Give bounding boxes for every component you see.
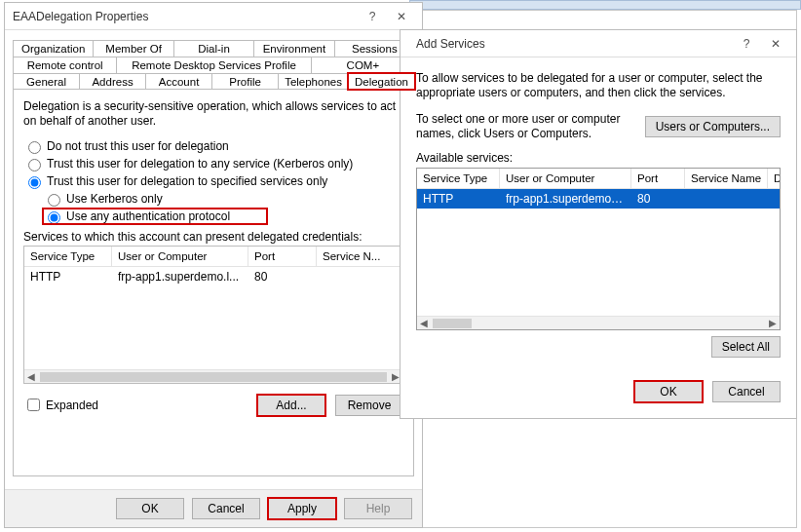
scroll-left-icon[interactable]: ◀ [24, 371, 38, 382]
col-user-computer[interactable]: User or Computer [112, 247, 248, 266]
delegation-intro: Delegation is a security-sensitive opera… [23, 99, 403, 129]
add-services-close-icon[interactable]: ✕ [761, 37, 790, 51]
col2-d[interactable]: D [768, 169, 780, 188]
services-list-header: Service Type User or Computer Port Servi… [24, 247, 402, 267]
col-service-type[interactable]: Service Type [24, 247, 112, 266]
select-users-hint: To select one or more user or computer n… [416, 112, 635, 141]
add-services-titlebar: Add Services ? ✕ [400, 30, 796, 57]
radio-trust-specified[interactable]: Trust this user for delegation to specif… [23, 173, 403, 189]
add-services-title: Add Services [408, 37, 732, 51]
scroll2-right-icon[interactable]: ▶ [766, 318, 780, 328]
expanded-checkbox-input[interactable] [27, 399, 40, 411]
add-services-intro: To allow services to be delegated for a … [416, 71, 781, 100]
service-row-sn [317, 267, 402, 286]
radio-any-auth-input[interactable] [48, 211, 60, 224]
service-row-type: HTTP [24, 267, 112, 286]
close-icon[interactable]: ✕ [387, 10, 416, 23]
scroll-thumb[interactable] [40, 372, 387, 382]
col2-service-type[interactable]: Service Type [417, 169, 500, 188]
add-services-help-icon[interactable]: ? [732, 37, 761, 51]
available-services-label: Available services: [416, 151, 781, 165]
add-services-dialog: Add Services ? ✕ To allow services to be… [400, 29, 797, 419]
service-row[interactable]: HTTP frp-app1.superdemo.l... 80 [24, 267, 402, 286]
tab-address[interactable]: Address [79, 73, 146, 90]
tab-account[interactable]: Account [145, 73, 212, 90]
col-port[interactable]: Port [248, 247, 317, 266]
radio-trust-any[interactable]: Trust this user for delegation to any se… [23, 156, 403, 171]
apply-button[interactable]: Apply [268, 498, 336, 519]
col-service-name[interactable]: Service N... [317, 247, 402, 266]
radio-trust-any-label: Trust this user for delegation to any se… [47, 157, 353, 171]
cancel-button[interactable]: Cancel [192, 498, 260, 519]
col2-port[interactable]: Port [631, 169, 685, 188]
radio-no-trust[interactable]: Do not trust this user for delegation [23, 138, 403, 154]
background-title-stripe [409, 0, 801, 10]
properties-footer: OK Cancel Apply Help [5, 489, 422, 527]
properties-title: EAADelegation Properties [13, 10, 358, 23]
users-or-computers-button[interactable]: Users or Computers... [645, 116, 781, 137]
select-all-button[interactable]: Select All [711, 336, 781, 358]
available-service-port: 80 [631, 189, 685, 209]
radio-any-auth-label: Use any authentication protocol [66, 209, 230, 223]
services-list-empty-area [24, 286, 402, 369]
available-services-list[interactable]: Service Type User or Computer Port Servi… [416, 168, 781, 330]
radio-kerberos-only[interactable]: Use Kerberos only [43, 191, 403, 207]
delegation-tab-pane: Delegation is a security-sensitive opera… [13, 89, 414, 476]
services-list[interactable]: Service Type User or Computer Port Servi… [23, 246, 403, 384]
col2-user-computer[interactable]: User or Computer [500, 169, 631, 188]
available-service-row[interactable]: HTTP frp-app1.superdemo.l... 80 [417, 189, 780, 209]
radio-trust-any-input[interactable] [28, 159, 41, 171]
radio-kerberos-only-input[interactable] [48, 194, 60, 207]
available-service-type: HTTP [417, 189, 500, 209]
service-row-uc: frp-app1.superdemo.l... [112, 267, 248, 286]
radio-no-trust-label: Do not trust this user for delegation [47, 139, 229, 153]
services-list-label: Services to which this account can prese… [23, 230, 403, 244]
services-list-hscroll[interactable]: ◀ ▶ [24, 369, 402, 383]
available-services-actions: Select All [416, 336, 781, 358]
help-button[interactable]: Help [344, 498, 412, 519]
tab-rds-profile[interactable]: Remote Desktop Services Profile [116, 57, 312, 73]
radio-trust-specified-input[interactable] [28, 176, 41, 189]
tab-organization[interactable]: Organization [13, 40, 94, 57]
col2-service-name[interactable]: Service Name [685, 169, 768, 188]
expanded-checkbox[interactable]: Expanded [23, 396, 98, 414]
scroll2-left-icon[interactable]: ◀ [417, 318, 431, 328]
available-services-hscroll[interactable]: ◀ ▶ [417, 316, 780, 329]
radio-no-trust-input[interactable] [28, 141, 41, 154]
tab-dial-in[interactable]: Dial-in [173, 40, 254, 57]
radio-trust-specified-label: Trust this user for delegation to specif… [47, 174, 327, 188]
properties-dialog: EAADelegation Properties ? ✕ Organizatio… [4, 2, 423, 528]
available-service-d [768, 189, 780, 209]
service-row-port: 80 [248, 267, 317, 286]
available-services-empty-area [417, 209, 780, 316]
tabs-container: Organization Member Of Dial-in Environme… [13, 40, 414, 476]
tab-telephones[interactable]: Telephones [278, 73, 349, 90]
properties-titlebar: EAADelegation Properties ? ✕ [5, 3, 422, 30]
tab-delegation[interactable]: Delegation [348, 73, 415, 90]
add-services-cancel-button[interactable]: Cancel [712, 381, 781, 402]
available-service-uc: frp-app1.superdemo.l... [500, 189, 631, 209]
services-buttons-row: Expanded Add... Remove [23, 394, 403, 416]
available-services-header: Service Type User or Computer Port Servi… [417, 169, 780, 189]
tab-general[interactable]: General [13, 73, 80, 90]
tab-environment[interactable]: Environment [253, 40, 334, 57]
add-services-footer: OK Cancel [400, 371, 796, 412]
remove-button[interactable]: Remove [335, 395, 403, 416]
available-service-sn [685, 189, 768, 209]
auth-sub-options: Use Kerberos only Use any authentication… [43, 191, 403, 224]
tab-remote-control[interactable]: Remote control [13, 57, 117, 73]
add-button[interactable]: Add... [257, 395, 325, 416]
tab-member-of[interactable]: Member Of [93, 40, 173, 57]
help-icon[interactable]: ? [358, 10, 387, 23]
scroll2-thumb[interactable] [433, 319, 472, 328]
radio-any-auth[interactable]: Use any authentication protocol [43, 209, 267, 224]
ok-button[interactable]: OK [116, 498, 184, 519]
radio-kerberos-only-label: Use Kerberos only [66, 192, 163, 206]
add-services-body: To allow services to be delegated for a … [400, 57, 796, 371]
expanded-checkbox-label: Expanded [46, 399, 98, 412]
tab-profile[interactable]: Profile [211, 73, 279, 90]
add-services-ok-button[interactable]: OK [634, 381, 703, 402]
